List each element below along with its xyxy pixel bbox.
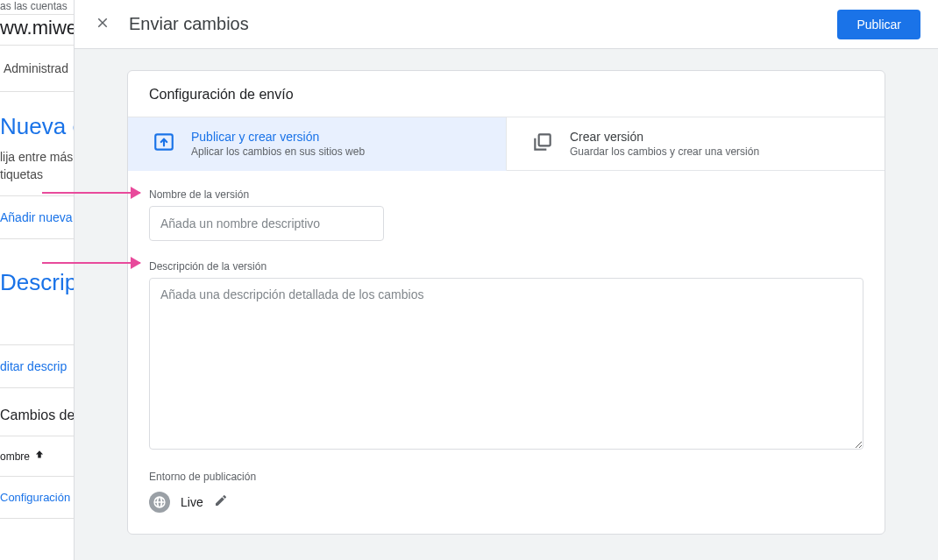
tab-create-sub: Guardar los cambios y crear una versión <box>570 145 759 158</box>
modal-title: Enviar cambios <box>129 14 837 34</box>
close-button[interactable] <box>85 7 120 42</box>
publish-env-row: Live <box>149 492 863 513</box>
arrow-up-icon <box>33 449 46 464</box>
submission-config-card: Configuración de envío Publicar y crear … <box>127 70 885 535</box>
publish-upload-icon <box>153 131 175 157</box>
tab-create-version[interactable]: Crear versión Guardar los cambios y crea… <box>507 117 885 171</box>
publish-button[interactable]: Publicar <box>837 10 920 39</box>
version-name-label: Nombre de la versión <box>149 188 863 201</box>
publish-env-value: Live <box>181 495 203 509</box>
svg-rect-1 <box>539 134 551 145</box>
version-desc-label: Descripción de la versión <box>149 260 863 273</box>
bg-desc-line1: lija entre más <box>0 150 73 164</box>
bg-col-name-label: ombre <box>0 450 30 463</box>
bg-desc-line2: tiquetas <box>0 167 43 181</box>
submit-changes-panel: Enviar cambios Publicar Configuración de… <box>74 0 938 560</box>
tab-create-label: Crear versión <box>570 130 759 144</box>
version-desc-textarea[interactable] <box>149 278 863 450</box>
pencil-icon <box>214 493 228 511</box>
tab-publish-sub: Aplicar los cambios en sus sitios web <box>191 145 365 158</box>
globe-icon <box>149 492 170 513</box>
tab-publish-create-version[interactable]: Publicar y crear versión Aplicar los cam… <box>128 117 507 171</box>
tab-publish-label: Publicar y crear versión <box>191 130 365 144</box>
card-title: Configuración de envío <box>128 71 885 117</box>
close-icon <box>95 15 110 33</box>
create-version-icon <box>531 131 554 157</box>
modal-body: Configuración de envío Publicar y crear … <box>75 49 938 560</box>
modal-header: Enviar cambios Publicar <box>75 0 938 49</box>
version-name-input[interactable] <box>149 206 384 241</box>
submission-tabs: Publicar y crear versión Aplicar los cam… <box>128 117 885 171</box>
publish-env-label: Entorno de publicación <box>149 471 863 483</box>
form-area: Nombre de la versión Descripción de la v… <box>128 171 885 534</box>
edit-env-button[interactable] <box>214 493 228 511</box>
